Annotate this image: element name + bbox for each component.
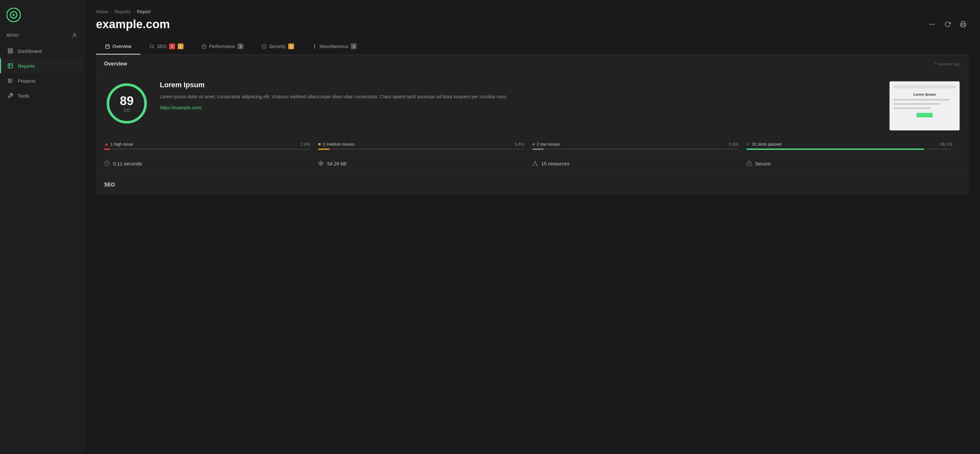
medium-issue-label: 2 medium issues (323, 142, 355, 147)
overview-text: Lorem Ipsum Lorem ipsum dolor sit amet, … (160, 81, 878, 111)
menu-label: MENU (6, 33, 19, 38)
svg-rect-18 (106, 45, 109, 48)
passed-bar-track (746, 148, 953, 150)
breadcrumb-home[interactable]: Home (96, 9, 108, 14)
seo-badge-red: 1 (169, 43, 175, 49)
header-actions (927, 19, 968, 30)
print-button[interactable] (958, 19, 968, 30)
page-header: example.com (96, 18, 968, 31)
tab-overview-label: Overview (113, 44, 131, 49)
high-issue-icon: ▲ (104, 142, 108, 147)
breadcrumb-reports[interactable]: Reports (115, 9, 130, 14)
score-value: 89 (120, 95, 134, 107)
print-icon (960, 21, 966, 27)
svg-line-34 (535, 162, 537, 165)
seo-section-header: SEO (96, 175, 968, 194)
high-issue-pct: 2.8% (301, 142, 310, 147)
seo-badge-yellow: 1 (178, 43, 183, 49)
svg-point-12 (9, 80, 10, 81)
metric-time-value: 0.11 seconds (113, 161, 142, 166)
performance-badge: 1 (238, 43, 243, 49)
refresh-button[interactable] (942, 19, 953, 30)
svg-point-16 (933, 24, 934, 25)
metric-resources: 15 resources (532, 161, 746, 166)
breadcrumb-sep-1: › (111, 10, 112, 14)
svg-point-13 (9, 82, 10, 82)
medium-issue-bar-fill (318, 148, 330, 150)
tab-miscellaneous[interactable]: Miscellaneous 1 (303, 39, 366, 54)
svg-point-14 (930, 24, 931, 25)
svg-rect-17 (961, 25, 965, 27)
svg-point-23 (314, 45, 315, 45)
svg-point-32 (536, 165, 537, 166)
tab-performance-label: Performance (209, 44, 235, 49)
svg-rect-5 (11, 49, 13, 50)
svg-point-30 (535, 161, 536, 162)
sidebar: MENU Dashboard Reports Projects (0, 0, 84, 454)
overview-section: Overview 7 minutes ago 89 (96, 55, 968, 174)
tab-security[interactable]: Security 1 (253, 39, 303, 54)
tab-overview[interactable]: Overview (96, 39, 140, 54)
seo-icon (150, 44, 154, 49)
svg-point-20 (150, 45, 153, 48)
dashboard-icon (8, 48, 13, 54)
preview-thumbnail: Lorem Ipsum (889, 81, 960, 131)
issue-low: ● 2 low issues 5.6% (532, 142, 746, 150)
seo-section-title: SEO (104, 182, 115, 188)
overview-section-title: Overview (104, 61, 127, 67)
sidebar-item-dashboard[interactable]: Dashboard (0, 43, 84, 58)
refresh-icon (944, 21, 951, 27)
sidebar-item-tools[interactable]: Tools (0, 88, 84, 103)
breadcrumb-sep-2: › (133, 10, 134, 14)
sidebar-item-reports[interactable]: Reports (0, 58, 84, 73)
low-issue-pct: 5.6% (729, 142, 738, 147)
security-icon (262, 44, 266, 49)
passed-pct: 86.1% (940, 142, 953, 147)
more-button[interactable] (927, 19, 937, 30)
tabs: Overview SEO 1 1 Performance 1 (96, 39, 968, 55)
overview-icon (105, 44, 110, 49)
overview-url[interactable]: https://example.com/ (160, 105, 202, 110)
resources-icon (532, 161, 538, 166)
tab-misc-label: Miscellaneous (320, 44, 348, 49)
svg-rect-6 (8, 51, 10, 53)
menu-header: MENU (0, 30, 84, 43)
tab-performance[interactable]: Performance 1 (192, 39, 253, 54)
svg-point-11 (9, 79, 10, 80)
svg-rect-4 (8, 49, 10, 50)
breadcrumb-current: Report (137, 9, 150, 14)
misc-badge: 1 (351, 43, 356, 49)
metric-size: 54.26 kB (318, 161, 532, 166)
score-total: 100 (120, 108, 134, 113)
seo-section: SEO (96, 175, 968, 194)
more-icon (929, 21, 935, 27)
sidebar-item-projects[interactable]: Projects (0, 73, 84, 88)
overview-top: 89 100 Lorem Ipsum Lorem ipsum dolor sit… (104, 81, 960, 131)
tools-icon (8, 93, 13, 99)
low-issue-label: 2 low issues (537, 142, 560, 147)
preview-line-2 (893, 103, 940, 105)
issue-high: ▲ 1 high issue 2.8% (104, 142, 318, 150)
breadcrumb: Home › Reports › Report (96, 9, 968, 14)
preview-line-1 (893, 99, 950, 100)
overview-description: Lorem ipsum dolor sit amet, consectetur … (160, 93, 878, 100)
medium-issue-bar-track (318, 148, 524, 150)
lock-icon (746, 161, 752, 166)
timer-icon (104, 161, 110, 166)
passed-bar-fill (746, 148, 924, 150)
metric-size-value: 54.26 kB (327, 161, 346, 166)
metric-secure: Secure (746, 161, 960, 166)
user-icon[interactable] (72, 32, 78, 38)
svg-point-24 (314, 46, 315, 47)
misc-icon (312, 44, 317, 49)
metric-secure-value: Secure (755, 161, 771, 166)
tools-label: Tools (18, 93, 29, 99)
svg-point-2 (13, 14, 14, 16)
issue-medium: ■ 2 medium issues 5.6% (318, 142, 532, 150)
tab-seo-label: SEO (157, 44, 167, 49)
score-circle: 89 100 (104, 81, 150, 126)
metrics-row: 0.11 seconds 54.26 kB (104, 155, 960, 166)
tab-seo[interactable]: SEO 1 1 (140, 39, 192, 54)
overview-section-header: Overview 7 minutes ago (96, 55, 968, 73)
preview-cta-button (916, 113, 933, 117)
